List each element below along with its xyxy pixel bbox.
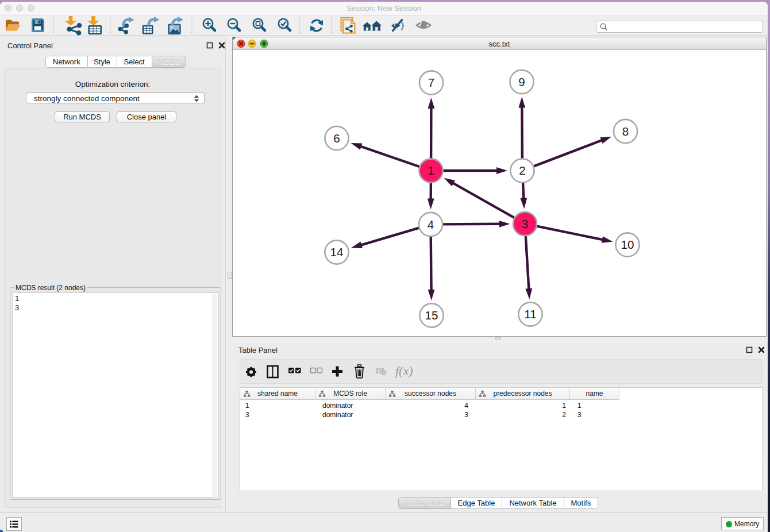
svg-text:11: 11: [524, 307, 536, 321]
svg-text:1: 1: [428, 164, 434, 177]
svg-text:f(x): f(x): [395, 364, 413, 378]
svg-text:14: 14: [330, 245, 344, 259]
svg-text:9: 9: [518, 75, 525, 88]
svg-text:7: 7: [428, 76, 434, 89]
svg-text:4: 4: [428, 218, 434, 231]
svg-text:2: 2: [519, 164, 525, 177]
svg-text:6: 6: [333, 132, 340, 145]
svg-text:10: 10: [621, 238, 634, 251]
svg-text:8: 8: [622, 125, 629, 138]
svg-text:3: 3: [522, 217, 528, 230]
svg-text:15: 15: [425, 309, 438, 322]
